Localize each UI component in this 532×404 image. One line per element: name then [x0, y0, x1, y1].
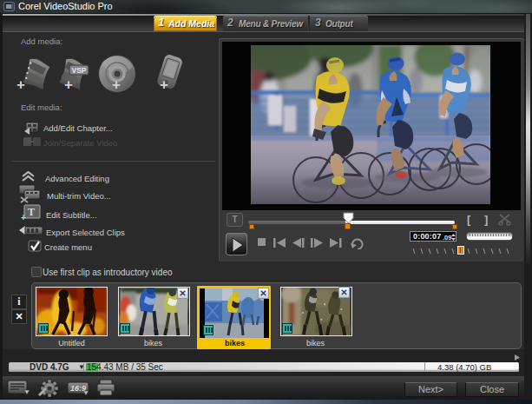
svg-text:+: +: [160, 76, 168, 93]
svg-text:T: T: [28, 206, 35, 218]
svg-text:VSP: VSP: [72, 66, 87, 75]
svg-text:+: +: [16, 76, 25, 93]
svg-text:+: +: [64, 76, 73, 93]
svg-text:+: +: [112, 76, 121, 93]
svg-text:+: +: [21, 213, 26, 222]
